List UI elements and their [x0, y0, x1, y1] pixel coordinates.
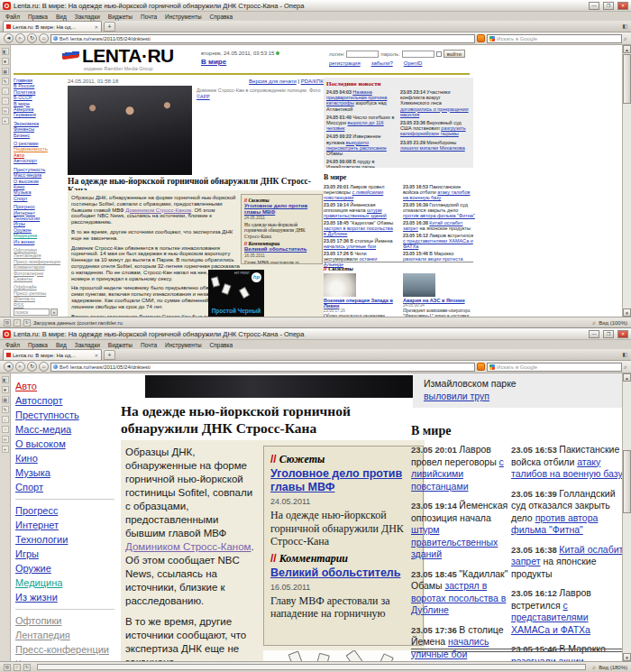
- scrollbar-thumb[interactable]: [623, 54, 631, 104]
- rubric-link[interactable]: RSS: [14, 302, 66, 308]
- rubric-link[interactable]: Интернет: [15, 520, 114, 530]
- links-icon[interactable]: ∞: [2, 436, 9, 443]
- status-panel-icon[interactable]: ▨: [4, 319, 11, 327]
- rss-feed-icon[interactable]: [477, 34, 485, 42]
- notes-icon[interactable]: ✎: [2, 78, 9, 85]
- news-link[interactable]: против автора фильма "Фитна": [403, 213, 475, 218]
- back-button[interactable]: ◄: [4, 362, 14, 372]
- hp-ad-top-edge[interactable]: [263, 650, 425, 661]
- tabbar-menu-icon[interactable]: ◧: [622, 23, 627, 29]
- maximize-button[interactable]: ❐: [603, 2, 614, 10]
- news-link[interactable]: застрял в воротах посольства в Дублине: [324, 226, 393, 236]
- rubric-link[interactable]: Медицина: [15, 577, 114, 588]
- print-version-link[interactable]: Версия для печати: [249, 78, 297, 84]
- menu-item[interactable]: Виджеты: [108, 342, 133, 348]
- menu-item[interactable]: Виджеты: [108, 14, 133, 20]
- new-tab-button[interactable]: +: [104, 350, 115, 360]
- google-search-field[interactable]: Искать в Google: [487, 363, 622, 372]
- news-link[interactable]: договорились о прекращении насилия: [400, 106, 469, 117]
- vertical-scrollbar[interactable]: ▲ ▼: [622, 45, 631, 317]
- rubric-link[interactable]: Игры: [15, 548, 114, 559]
- comment-link[interactable]: Великий обольститель: [270, 566, 416, 580]
- sujet-card-link[interactable]: Военная операция Запада в Ливии: [324, 298, 396, 308]
- rubric-link[interactable]: Спорт: [14, 196, 66, 201]
- menu-item[interactable]: Почта: [141, 14, 157, 20]
- reload-button[interactable]: ↻: [27, 362, 37, 372]
- menu-item[interactable]: Закладки: [75, 342, 100, 348]
- new-tab-button[interactable]: +: [104, 22, 115, 32]
- rubric-link[interactable]: Автоспорт: [15, 395, 114, 406]
- links-icon[interactable]: ∞: [2, 107, 9, 115]
- widgets-icon[interactable]: ▦: [2, 68, 9, 75]
- downloads-icon[interactable]: ↓: [2, 416, 9, 423]
- bookmarks-icon[interactable]: ★: [2, 386, 9, 393]
- rubric-link[interactable]: Масс-медиа: [15, 424, 114, 435]
- rss-feed-icon[interactable]: [477, 363, 485, 371]
- minimize-button[interactable]: —: [589, 2, 599, 10]
- bookmarks-icon[interactable]: ★: [2, 58, 9, 65]
- tab[interactable]: Lenta.ru: В мире: На од... ✕: [3, 21, 102, 32]
- rubric-link[interactable]: Лентапедия: [15, 630, 114, 640]
- forward-button[interactable]: ►: [15, 362, 25, 372]
- scroll-down-arrow[interactable]: ▼: [623, 308, 631, 317]
- section-world-link[interactable]: В мире: [201, 58, 226, 66]
- login-input[interactable]: [346, 51, 379, 58]
- tab[interactable]: Lenta.ru: В мире: На од... ✕: [3, 349, 102, 360]
- url-text[interactable]: lenta.ru/news/2011/05/24/dnktest/: [70, 364, 151, 370]
- zoom-control[interactable]: Вид (100%): [599, 320, 627, 326]
- menu-item[interactable]: Вид: [56, 342, 67, 348]
- comment-link[interactable]: Великий обольститель: [244, 246, 319, 252]
- sujet-link[interactable]: Уголовное дело против главы МВФ: [244, 203, 319, 215]
- menu-item[interactable]: Правка: [28, 14, 48, 20]
- rubric-link[interactable]: Авто: [15, 381, 114, 391]
- close-button[interactable]: ✕: [617, 2, 628, 10]
- magnifier-icon[interactable]: ⌕: [624, 35, 627, 42]
- tab-close-icon[interactable]: ✕: [95, 24, 98, 30]
- magnifier-icon[interactable]: ⌕: [624, 364, 627, 371]
- register-link[interactable]: регистрация: [329, 60, 361, 66]
- minimize-button[interactable]: —: [589, 330, 599, 338]
- reload-button[interactable]: ↻: [27, 33, 37, 43]
- address-bar[interactable]: Веб lenta.ru/news/2011/05/24/dnktest/: [50, 34, 475, 43]
- remember-checkbox[interactable]: [436, 51, 442, 57]
- status-sync-icon[interactable]: ↻: [23, 319, 31, 327]
- rubric-link[interactable]: Оружие: [15, 563, 114, 574]
- status-sync-icon[interactable]: ↻: [23, 664, 31, 671]
- search-go-button[interactable]: »: [50, 308, 58, 316]
- menu-item[interactable]: Инструменты: [165, 342, 202, 348]
- lenta-logo[interactable]: LENTA·RU: [82, 45, 174, 67]
- tab-close-icon[interactable]: ✕: [95, 353, 98, 358]
- strauss-kahn-link[interactable]: Домиником Стросс-Каном: [125, 207, 191, 213]
- menu-item[interactable]: Файл: [5, 14, 20, 20]
- rubric-link[interactable]: Музыка: [15, 467, 114, 478]
- url-text[interactable]: lenta.ru/news/2011/05/24/dnktest/: [70, 36, 151, 41]
- downloads-icon[interactable]: ↓: [2, 87, 9, 95]
- sujet-link[interactable]: Уголовное дело против главы МВФ: [270, 467, 416, 494]
- menu-item[interactable]: Файл: [5, 342, 20, 348]
- strauss-kahn-link[interactable]: Домиником Стросс-Каном: [125, 541, 251, 552]
- window-titlebar[interactable]: O Lenta.ru: В мире: На одежде нью-йоркск…: [0, 0, 631, 12]
- news-link[interactable]: штурм правительственных зданий: [411, 524, 498, 559]
- add-panel-icon[interactable]: +: [2, 117, 9, 124]
- forgot-password-link[interactable]: забыли?: [371, 60, 393, 66]
- news-link[interactable]: выловили труп: [424, 391, 489, 401]
- google-search-field[interactable]: Искать в Google: [487, 34, 622, 43]
- home-button[interactable]: ⌂: [39, 33, 49, 43]
- pda-version-link[interactable]: PDA/КПК: [301, 78, 324, 84]
- rubric-link[interactable]: Кино: [15, 453, 114, 464]
- photo-credit-link[interactable]: ©AFP: [197, 94, 210, 99]
- password-input[interactable]: [402, 51, 434, 58]
- history-icon[interactable]: ◔: [2, 426, 9, 433]
- status-panel-icon[interactable]: ▨: [4, 664, 11, 671]
- openid-link[interactable]: OpenID: [404, 60, 423, 66]
- tabbar-menu-icon[interactable]: ◧: [622, 351, 627, 357]
- window-titlebar[interactable]: O Lenta.ru: В мире: На одежде нью-йоркск…: [0, 328, 631, 340]
- address-bar[interactable]: Веб lenta.ru/news/2011/05/24/dnktest/: [50, 363, 475, 372]
- rubric-link[interactable]: Бизнес: [14, 133, 66, 138]
- hp-ad-banner[interactable]: HIT PRINT hp Простой Черный КАРТРИДЖ HP: [208, 270, 264, 317]
- rubric-link[interactable]: Пресс-конференции: [15, 644, 114, 655]
- forward-button[interactable]: ►: [15, 33, 25, 43]
- panels-toggle-icon[interactable]: ◧: [2, 48, 9, 55]
- search-input[interactable]: поиск: [14, 308, 50, 316]
- menu-item[interactable]: Правка: [28, 342, 48, 348]
